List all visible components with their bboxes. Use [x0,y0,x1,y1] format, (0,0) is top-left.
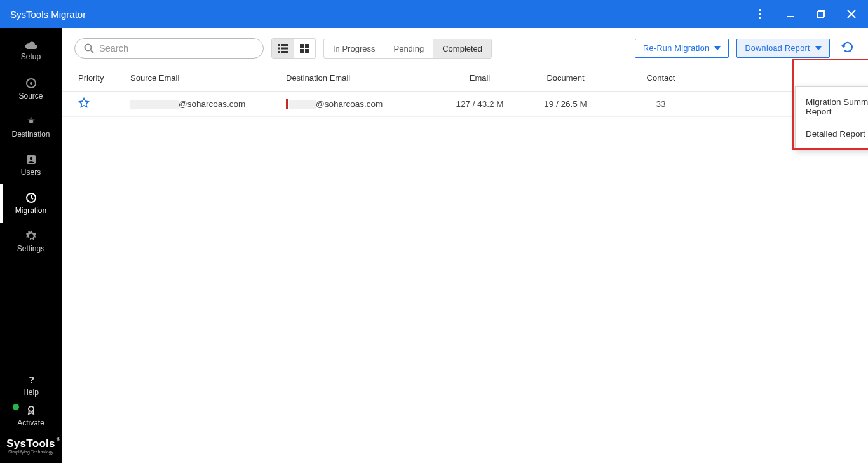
svg-rect-18 [281,48,288,50]
email-count-cell: 127 / 43.2 M [442,99,518,109]
sidebar: Setup Source Destination Users Migration… [0,28,62,463]
search-icon [84,43,94,53]
dropdown-detailed-report[interactable]: Detailed Report [796,123,868,145]
app-title: SysTools Migrator [10,9,86,20]
close-icon[interactable] [839,1,864,27]
document-count-cell: 19 / 26.5 M [518,99,613,109]
maximize-icon[interactable] [808,1,834,27]
svg-rect-15 [278,44,280,46]
col-contact: Contact [613,73,709,83]
svg-rect-19 [278,51,280,53]
clock-icon [25,192,37,204]
tab-pending[interactable]: Pending [384,39,433,58]
sidebar-item-migration[interactable]: Migration [0,184,62,223]
award-icon [25,404,37,416]
svg-point-0 [759,9,761,11]
tab-completed[interactable]: Completed [433,39,491,58]
sidebar-label: Users [21,168,41,177]
source-email-cell: @soharcoas.com [130,99,286,109]
svg-point-10 [29,157,32,160]
sidebar-item-source[interactable]: Source [0,70,62,108]
rerun-migration-button[interactable]: Re-Run Migration [635,39,729,58]
status-tabs: In Progress Pending Completed [323,39,492,59]
svg-text:?: ? [29,374,34,385]
list-view-icon[interactable] [272,39,294,58]
sidebar-item-settings[interactable]: Settings [0,223,62,261]
red-mark-icon [286,99,288,109]
sidebar-label: Activate [17,418,44,427]
status-dot-icon [12,403,20,411]
source-icon [25,78,37,89]
sidebar-label: Setup [21,52,41,61]
table-header: Priority Source Email Destination Email … [62,69,868,92]
tab-in-progress[interactable]: In Progress [324,39,384,58]
svg-rect-3 [787,16,794,17]
dropdown-summary-report[interactable]: Migration Summary Report [796,91,868,123]
contact-count-cell: 33 [613,99,709,109]
help-icon: ? [27,374,36,385]
redacted-text [130,100,179,109]
titlebar: SysTools Migrator [0,0,868,28]
download-report-dropdown: Migration Summary Report Detailed Report [795,86,868,149]
destination-email-cell: @soharcoas.com [286,99,442,109]
brand-logo: SysTools® Simplifying Technology [0,431,62,463]
main-content: In Progress Pending Completed Re-Run Mig… [62,28,868,463]
svg-rect-24 [305,49,309,53]
sidebar-item-users[interactable]: Users [0,146,62,184]
grid-view-icon[interactable] [294,39,315,58]
svg-rect-23 [300,49,304,53]
search-input[interactable] [74,38,264,59]
svg-rect-22 [305,44,309,48]
col-priority: Priority [74,73,130,83]
svg-rect-16 [281,44,288,46]
star-icon [78,97,90,109]
svg-point-8 [29,120,33,123]
sidebar-item-destination[interactable]: Destination [0,108,62,146]
svg-point-2 [759,17,761,19]
sidebar-item-setup[interactable]: Setup [0,32,62,70]
minimize-icon[interactable] [778,1,803,27]
refresh-icon[interactable] [839,38,857,59]
sidebar-label: Settings [17,244,44,253]
col-email: Email [442,73,518,83]
svg-rect-5 [817,11,824,18]
col-destination: Destination Email [286,73,442,83]
window-controls [747,1,864,27]
svg-rect-17 [278,48,280,50]
svg-point-7 [30,82,32,85]
table-row[interactable]: @soharcoas.com @soharcoas.com 127 / 43.2… [62,92,868,117]
svg-point-1 [759,13,761,15]
sidebar-item-activate[interactable]: Activate [0,401,62,431]
chevron-down-icon [815,46,822,50]
sidebar-label: Help [23,388,39,397]
users-icon [25,154,37,165]
col-source: Source Email [130,73,286,83]
svg-point-14 [85,45,92,51]
sidebar-label: Migration [15,206,46,215]
sidebar-label: Destination [11,130,50,139]
svg-rect-20 [281,51,288,53]
sidebar-item-help[interactable]: ? Help [0,370,62,401]
cloud-icon [25,41,37,50]
svg-point-13 [29,406,34,411]
download-report-button[interactable]: Download Report [736,39,830,58]
col-document: Document [518,73,613,83]
chevron-down-icon [714,46,721,50]
gear-icon [25,230,37,242]
target-icon [25,116,37,127]
view-toggle [271,38,316,59]
svg-rect-21 [300,44,304,48]
search-field[interactable] [99,43,254,53]
redacted-text [289,100,316,109]
more-icon[interactable] [747,1,773,27]
priority-star[interactable] [74,97,130,111]
toolbar: In Progress Pending Completed Re-Run Mig… [62,28,868,69]
sidebar-label: Source [18,92,43,100]
